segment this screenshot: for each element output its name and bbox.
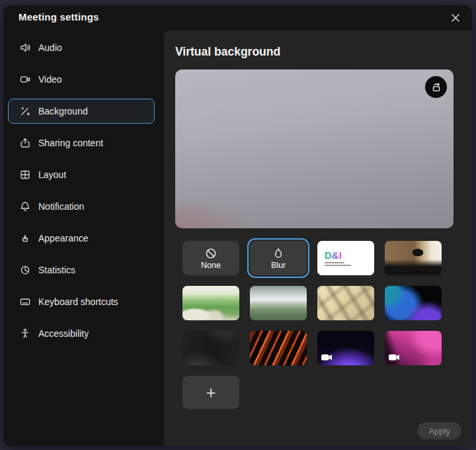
layout-grid-icon	[19, 169, 31, 181]
share-icon	[19, 137, 31, 149]
sidebar-item-video[interactable]: Video	[8, 67, 155, 92]
sidebar-item-label: Accessibility	[38, 328, 89, 339]
flip-camera-button[interactable]	[425, 76, 447, 98]
accessibility-icon	[19, 328, 31, 339]
speaker-icon	[19, 42, 31, 54]
window-light-pattern	[317, 286, 374, 320]
pie-chart-icon	[19, 264, 31, 276]
background-tile-grid: None Blur D&I	[182, 241, 442, 365]
dialog-title: Meeting settings	[19, 11, 99, 22]
sidebar-item-sharing-content[interactable]: Sharing content	[8, 130, 155, 156]
background-tile-dark-gray-swirl[interactable]	[182, 331, 239, 365]
tile-label: Blur	[271, 261, 286, 270]
sidebar-item-label: Keyboard shortcuts	[38, 296, 118, 307]
background-tile-orange-lava[interactable]	[250, 331, 307, 365]
background-tile-purple-glow-video[interactable]	[317, 331, 374, 365]
prohibited-icon	[204, 247, 218, 260]
camera-preview	[175, 69, 454, 228]
magic-wand-icon	[19, 105, 31, 117]
bell-icon	[19, 201, 31, 212]
sidebar-item-layout[interactable]: Layout	[8, 162, 155, 187]
close-button[interactable]	[448, 10, 463, 26]
video-camera-icon	[19, 73, 31, 85]
background-tile-d-and-i-logo[interactable]: D&I	[317, 241, 374, 275]
background-tile-abstract-blue-purple[interactable]	[385, 286, 442, 320]
droplet-icon	[272, 247, 285, 260]
paintbrush-icon	[19, 232, 31, 244]
dni-caption-line	[325, 265, 351, 266]
sidebar-item-label: Video	[38, 74, 62, 85]
add-background-button[interactable]: +	[182, 376, 239, 409]
virtual-background-panel: Virtual background None	[164, 30, 472, 446]
sidebar-item-notification[interactable]: Notification	[8, 194, 155, 219]
sidebar-item-label: Layout	[38, 169, 66, 180]
background-tile-blur[interactable]: Blur	[250, 241, 307, 275]
sidebar-item-background[interactable]: Background	[8, 99, 155, 124]
settings-sidebar: Audio Video Background Sharing content	[8, 35, 155, 353]
plus-icon: +	[206, 384, 216, 401]
keyboard-icon	[19, 296, 31, 308]
sidebar-item-label: Sharing content	[38, 138, 103, 148]
background-tile-office-room[interactable]	[385, 241, 442, 275]
sidebar-item-label: Notification	[38, 201, 84, 212]
close-icon	[451, 13, 460, 22]
tile-label: None	[201, 261, 221, 270]
background-tile-living-room[interactable]	[182, 286, 239, 320]
flip-camera-icon	[430, 81, 443, 94]
dni-logo-text: D&I	[325, 250, 342, 260]
meeting-settings-dialog: Meeting settings Audio Video	[3, 5, 472, 446]
sidebar-item-label: Background	[38, 106, 88, 116]
dni-caption-line	[325, 262, 344, 263]
sidebar-item-keyboard-shortcuts[interactable]: Keyboard shortcuts	[8, 289, 155, 314]
sidebar-item-accessibility[interactable]: Accessibility	[8, 321, 155, 346]
apply-button[interactable]: Apply	[417, 422, 461, 439]
video-camera-badge	[321, 353, 333, 361]
panel-heading: Virtual background	[175, 45, 280, 59]
sidebar-item-audio[interactable]: Audio	[8, 35, 155, 60]
background-tile-none[interactable]: None	[182, 241, 239, 275]
background-tile-window-light[interactable]	[317, 286, 374, 320]
sidebar-item-appearance[interactable]: Appearance	[8, 226, 155, 251]
background-tile-pink-abstract-video[interactable]	[385, 331, 442, 365]
video-camera-badge	[389, 353, 400, 361]
sidebar-item-label: Appearance	[38, 233, 89, 244]
background-tile-blurred-mountains[interactable]	[250, 286, 307, 320]
screen-overlay: Meeting settings Audio Video	[0, 0, 476, 450]
sidebar-item-statistics[interactable]: Statistics	[8, 257, 155, 283]
sidebar-item-label: Statistics	[38, 265, 75, 275]
sidebar-item-label: Audio	[38, 42, 62, 53]
